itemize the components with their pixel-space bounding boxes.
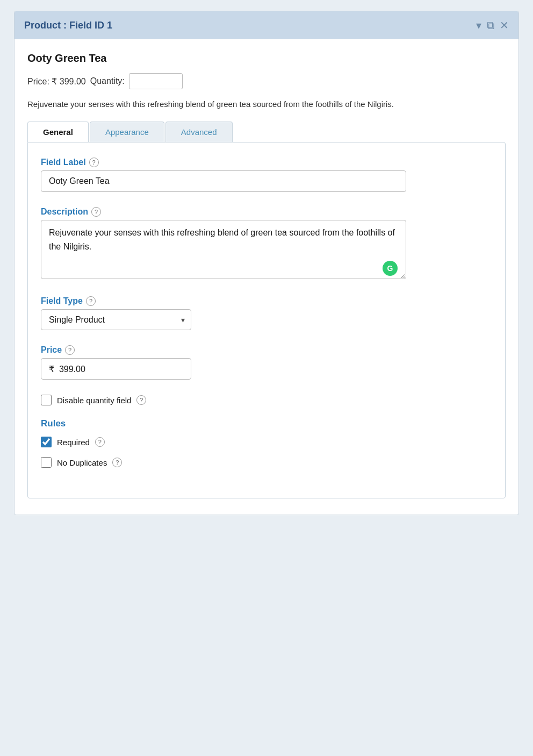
no-duplicates-row: No Duplicates ? (41, 457, 492, 468)
no-duplicates-checkbox[interactable] (41, 457, 52, 468)
price-input[interactable] (41, 358, 191, 380)
card-header: Product : Field ID 1 ▾ ⧉ ✕ (15, 11, 518, 39)
tab-advanced[interactable]: Advanced (165, 122, 233, 142)
card-title: Product : Field ID 1 (24, 20, 112, 31)
product-field-card: Product : Field ID 1 ▾ ⧉ ✕ Ooty Green Te… (14, 11, 519, 515)
description-textarea[interactable]: Rejuvenate your senses with this refresh… (41, 220, 406, 279)
field-label-section: Field Label ? (41, 158, 492, 192)
description-heading: Description ? (41, 207, 492, 217)
required-row: Required ? (41, 437, 492, 447)
rules-heading: Rules (41, 418, 492, 429)
field-label-heading: Field Label ? (41, 158, 492, 167)
rules-section: Rules Required ? No Duplicates ? (41, 418, 492, 468)
required-checkbox[interactable] (41, 437, 52, 447)
field-type-help-icon[interactable]: ? (86, 296, 96, 306)
grammarly-icon: G (383, 261, 398, 276)
product-description: Rejuvenate your senses with this refresh… (27, 98, 506, 111)
field-label-input[interactable] (41, 170, 406, 192)
price-section: Price ? (41, 345, 492, 380)
card-body: Ooty Green Tea Price: ₹ 399.00 Quantity:… (15, 39, 518, 515)
no-duplicates-label[interactable]: No Duplicates (57, 458, 107, 467)
description-section: Description ? Rejuvenate your senses wit… (41, 207, 492, 281)
price-heading: Price ? (41, 345, 492, 355)
no-duplicates-help-icon[interactable]: ? (112, 458, 122, 467)
field-type-section: Field Type ? Single Product Multiple Pro… (41, 296, 492, 330)
price-display: Price: ₹ 399.00 (27, 76, 86, 87)
dropdown-icon[interactable]: ▾ (476, 19, 481, 32)
disable-quantity-row: Disable quantity field ? (41, 395, 492, 405)
close-icon[interactable]: ✕ (500, 19, 509, 32)
required-label[interactable]: Required (57, 438, 90, 447)
disable-quantity-label[interactable]: Disable quantity field (57, 396, 131, 405)
quantity-input[interactable] (129, 73, 183, 89)
required-help-icon[interactable]: ? (95, 437, 105, 447)
disable-quantity-help-icon[interactable]: ? (136, 395, 146, 405)
disable-quantity-checkbox[interactable] (41, 395, 52, 405)
copy-icon[interactable]: ⧉ (487, 19, 494, 32)
price-help-icon[interactable]: ? (65, 345, 75, 355)
tab-content-general: Field Label ? Description ? Rejuvenate y… (27, 142, 506, 498)
field-type-select[interactable]: Single Product Multiple Products Checkbo… (41, 309, 191, 330)
tab-appearance[interactable]: Appearance (90, 122, 164, 142)
product-meta: Price: ₹ 399.00 Quantity: (27, 73, 506, 89)
textarea-wrap: Rejuvenate your senses with this refresh… (41, 220, 406, 281)
tabs-nav: General Appearance Advanced (27, 122, 506, 142)
tab-general[interactable]: General (27, 122, 89, 142)
header-actions: ▾ ⧉ ✕ (476, 19, 509, 32)
product-name: Ooty Green Tea (27, 52, 506, 65)
field-label-help-icon[interactable]: ? (89, 158, 99, 167)
field-type-heading: Field Type ? (41, 296, 492, 306)
quantity-label: Quantity: (90, 76, 125, 86)
description-help-icon[interactable]: ? (91, 207, 101, 217)
field-type-select-wrap: Single Product Multiple Products Checkbo… (41, 309, 191, 330)
